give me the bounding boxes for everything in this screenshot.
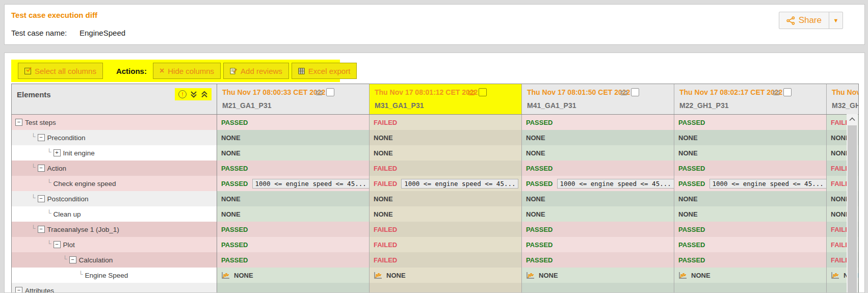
collapse-node-icon[interactable]: −: [38, 165, 45, 172]
status-text: PASSED: [526, 119, 553, 126]
collapse-node-icon[interactable]: −: [38, 226, 45, 233]
share-button[interactable]: Share ▼: [779, 12, 843, 29]
table-row-action: └−ActionPASSEDFAILEDPASSEDPASSEDFAILED: [12, 161, 858, 176]
result-cell: NONE: [522, 145, 674, 161]
status-text: NONE: [539, 272, 558, 279]
result-cell: PASSED: [217, 161, 370, 176]
result-cell: PASSED: [217, 237, 370, 252]
status-text: NONE: [678, 210, 698, 218]
row-label: Check engine speed: [54, 180, 116, 188]
status-text: NONE: [221, 210, 241, 218]
table-row-postcondition: └−PostconditionNONENONENONENONENONE: [12, 191, 858, 206]
result-cell: FAILED: [370, 252, 522, 268]
actions-button-group: × Hide columns Add reviews: [153, 63, 357, 79]
tree-connector: └: [47, 240, 51, 247]
status-text: NONE: [374, 149, 393, 157]
excel-export-button[interactable]: Excel export: [292, 63, 357, 79]
signal-plot-icon: [678, 272, 687, 279]
page-title: Test case execution diff: [11, 11, 97, 19]
expand-node-icon[interactable]: +: [54, 149, 61, 156]
scrollbar-thumb[interactable]: [848, 125, 857, 293]
column-header-text: Thu Nov 17 08:01:12 CET 2022M31_GA1_P31: [375, 88, 516, 110]
column-header-controls: [467, 88, 487, 96]
column-timestamp: Thu Nov 17 08:02:17 CET 2022: [679, 88, 821, 96]
status-text: NONE: [526, 195, 545, 203]
scroll-up-button[interactable]: [847, 114, 858, 124]
crown-icon[interactable]: [315, 89, 323, 96]
row-label-cell: └Engine Speed: [12, 268, 217, 283]
select-all-columns-button[interactable]: Select all columns: [18, 63, 103, 79]
share-button-main[interactable]: Share: [779, 12, 829, 29]
column-header-m41_ga1_p31: Thu Nov 17 08:01:50 CET 2022M41_GA1_P31: [522, 84, 674, 114]
result-cell: NONE: [370, 206, 522, 222]
column-header-controls: [620, 88, 639, 96]
column-header-text: Thu Nov 17 08:01:50 CET 2022M41_GA1_P31: [527, 88, 669, 110]
result-cell: PASSED: [217, 115, 370, 130]
tree-connector: └: [47, 148, 51, 155]
share-dropdown-button[interactable]: ▼: [829, 12, 843, 29]
column-checkbox[interactable]: [479, 88, 487, 96]
actions-label: Actions:: [116, 67, 147, 75]
row-label: Clean up: [54, 210, 81, 218]
assessment-value: 1000 <= engine speed <= 45...: [252, 179, 370, 189]
collapse-node-icon[interactable]: −: [69, 256, 76, 263]
crown-icon[interactable]: [620, 89, 628, 96]
status-text: FAILED: [374, 241, 397, 249]
result-cell: PASSED: [522, 161, 674, 176]
column-header-text: Thu NovM32_GH: [832, 88, 858, 110]
status-text: NONE: [374, 134, 393, 142]
test-case-name-value: EngineSpeed: [80, 29, 125, 37]
result-cell: PASSED: [217, 222, 370, 237]
collapse-node-icon[interactable]: −: [54, 241, 61, 248]
table-row-precondition: └−PreconditionNONENONENONENONENONE: [12, 130, 858, 145]
info-icon[interactable]: !: [178, 90, 187, 98]
column-checkbox[interactable]: [326, 88, 334, 96]
spreadsheet-grid-icon: [298, 68, 305, 74]
collapse-node-icon[interactable]: −: [15, 119, 22, 126]
column-checkbox[interactable]: [631, 88, 639, 96]
row-label-cell: └Clean up: [12, 206, 217, 222]
result-cell: NONE: [674, 130, 827, 145]
collapse-node-icon[interactable]: −: [15, 287, 22, 293]
status-text: NONE: [678, 134, 698, 142]
column-timestamp: Thu Nov 17 08:01:50 CET 2022: [527, 88, 669, 96]
column-checkbox[interactable]: [783, 88, 792, 96]
row-label-cell: └−Traceanalyse 1 (Job_1): [12, 222, 217, 237]
tree-connector: └: [31, 194, 36, 201]
result-cell: FAILED: [370, 115, 522, 130]
column-config-name: M31_GA1_P31: [375, 101, 516, 110]
status-text: PASSED: [678, 241, 705, 249]
result-cell: NONE: [370, 191, 522, 206]
status-text: NONE: [678, 195, 698, 203]
assessment-value: 1000 <= engine speed <= 45...: [709, 179, 827, 189]
status-text: PASSED: [526, 256, 553, 264]
result-cell: FAILED: [370, 237, 522, 252]
table-row-attributes: −Attributes: [12, 283, 858, 293]
table-row-engine-speed: └Engine SpeedNONENONENONENONENONE: [12, 268, 858, 283]
add-reviews-button[interactable]: Add reviews: [223, 63, 289, 79]
collapse-node-icon[interactable]: −: [38, 195, 45, 202]
status-text: PASSED: [221, 226, 248, 233]
crown-icon[interactable]: [467, 89, 476, 96]
table-row-init-engine: └+Init engineNONENONENONENONENONE: [12, 145, 858, 161]
collapse-all-icon[interactable]: [201, 91, 208, 98]
tree-connector: └: [47, 179, 51, 186]
content-panel: Select all columns Actions: × Hide colum…: [4, 52, 865, 293]
result-cell: NONE: [370, 145, 522, 161]
status-text: PASSED: [221, 119, 248, 126]
row-label: Postcondition: [47, 195, 89, 203]
result-cell: NONE: [217, 268, 370, 283]
status-text: NONE: [221, 195, 241, 203]
status-text: PASSED: [221, 256, 248, 264]
crown-icon[interactable]: [772, 89, 780, 96]
status-text: PASSED: [526, 241, 553, 249]
expand-all-icon[interactable]: [190, 91, 197, 98]
collapse-node-icon[interactable]: −: [38, 134, 45, 141]
tree-connector: └: [63, 255, 67, 262]
hide-columns-button[interactable]: × Hide columns: [153, 63, 221, 79]
vertical-scrollbar[interactable]: [847, 114, 858, 293]
row-label-cell: └−Precondition: [12, 130, 217, 145]
result-cell: NONE: [370, 268, 522, 283]
result-cell: [674, 283, 827, 293]
result-cell: PASSED1000 <= engine speed <= 45...: [522, 176, 674, 191]
